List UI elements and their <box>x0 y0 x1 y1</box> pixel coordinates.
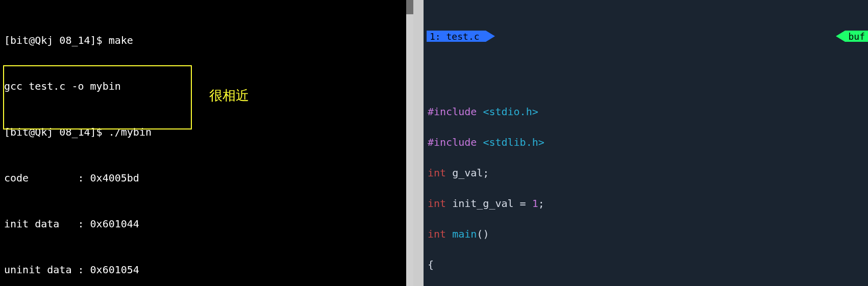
buffer-badge[interactable]: buf <box>845 31 868 42</box>
terminal-line: [bit@Qkj 08_14]$ ./mybin <box>4 124 409 140</box>
code-area[interactable]: #include <stdio.h> #include <stdlib.h> i… <box>427 88 868 286</box>
editor-pane[interactable]: 1: test.c buf #include <stdio.h> #includ… <box>424 0 868 286</box>
terminal-pane[interactable]: [bit@Qkj 08_14]$ make gcc test.c -o mybi… <box>0 0 413 286</box>
terminal-line: gcc test.c -o mybin <box>4 79 409 94</box>
code-line: { <box>428 257 868 272</box>
tab-spacer <box>486 31 846 42</box>
annotation-highlight-box <box>3 65 192 129</box>
code-line: #include <stdio.h> <box>428 104 868 119</box>
tab-index: 1 <box>430 30 435 43</box>
terminal-line: init data : 0x601044 <box>4 216 409 231</box>
tab-sep: : <box>435 30 447 43</box>
annotation-label: 很相近 <box>209 86 249 106</box>
code-line: #include <stdlib.h> <box>428 135 868 150</box>
terminal-scrollbar-thumb[interactable] <box>406 0 413 14</box>
terminal-line: uninit data : 0x601054 <box>4 262 409 277</box>
code-line: int g_val; <box>428 165 868 180</box>
code-line: int init_g_val = 1; <box>428 196 868 211</box>
terminal-line: code : 0x4005bd <box>4 170 409 186</box>
tab-filename: test.c <box>447 30 480 43</box>
code-line: int main() <box>428 226 868 242</box>
editor-tab-bar: 1: test.c buf <box>427 31 868 42</box>
editor-tab-active[interactable]: 1: test.c <box>427 31 486 42</box>
terminal-line: [bit@Qkj 08_14]$ make <box>4 33 409 48</box>
terminal-scrollbar-track[interactable] <box>406 0 413 286</box>
